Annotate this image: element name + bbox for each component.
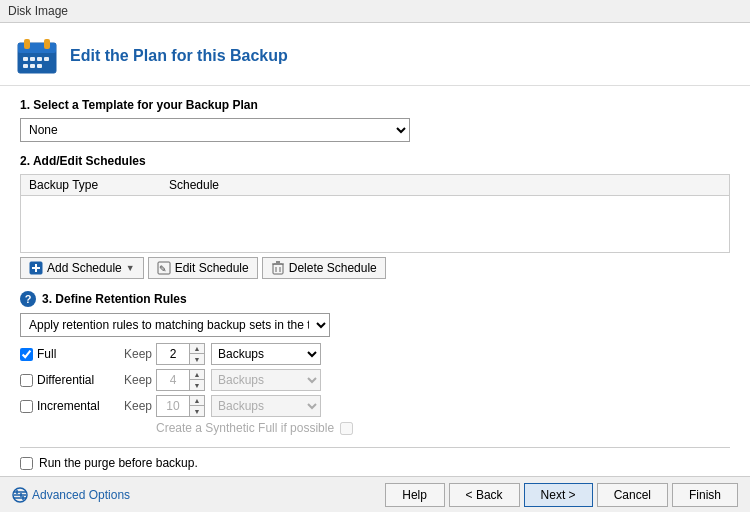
full-checkbox-container: Full bbox=[20, 347, 120, 361]
delete-schedule-icon bbox=[271, 261, 285, 275]
incremental-backups-select[interactable]: Backups bbox=[211, 395, 321, 417]
footer-buttons: Help < Back Next > Cancel Finish bbox=[385, 483, 738, 507]
synthetic-row: Create a Synthetic Full if possible bbox=[156, 421, 730, 435]
differential-spin-down[interactable]: ▼ bbox=[190, 380, 204, 390]
help-button[interactable]: Help bbox=[385, 483, 445, 507]
full-checkbox[interactable] bbox=[20, 348, 33, 361]
next-button[interactable]: Next > bbox=[524, 483, 593, 507]
schedule-table-body bbox=[21, 196, 729, 252]
delete-schedule-button[interactable]: Delete Schedule bbox=[262, 257, 386, 279]
full-label: Full bbox=[37, 347, 56, 361]
full-spin-down[interactable]: ▼ bbox=[190, 354, 204, 364]
svg-rect-7 bbox=[44, 57, 49, 61]
calendar-icon bbox=[16, 35, 58, 77]
synthetic-checkbox[interactable] bbox=[340, 422, 353, 435]
run-purge-row: Run the purge before backup. bbox=[20, 456, 730, 470]
svg-rect-1 bbox=[18, 43, 56, 53]
differential-keep-input[interactable] bbox=[157, 370, 189, 390]
svg-rect-16 bbox=[273, 264, 283, 274]
run-purge-checkbox[interactable] bbox=[20, 457, 33, 470]
edit-schedule-button[interactable]: ✎ Edit Schedule bbox=[148, 257, 258, 279]
run-purge-label: Run the purge before backup. bbox=[39, 456, 198, 470]
section-3-header: ? 3. Define Retention Rules bbox=[20, 291, 730, 307]
incremental-checkbox[interactable] bbox=[20, 400, 33, 413]
section-1: 1. Select a Template for your Backup Pla… bbox=[20, 98, 730, 142]
content-area: 1. Select a Template for your Backup Pla… bbox=[0, 86, 750, 476]
title-bar: Disk Image bbox=[0, 0, 750, 23]
retention-dropdown[interactable]: Apply retention rules to matching backup… bbox=[20, 313, 330, 337]
schedule-actions: Add Schedule ▼ ✎ Edit Schedule bbox=[20, 257, 730, 279]
differential-checkbox-container: Differential bbox=[20, 373, 120, 387]
full-backups-select[interactable]: Backups bbox=[211, 343, 321, 365]
finish-button[interactable]: Finish bbox=[672, 483, 738, 507]
footer-area: Advanced Options Help < Back Next > Canc… bbox=[0, 476, 750, 512]
svg-rect-2 bbox=[24, 39, 30, 49]
section-2: 2. Add/Edit Schedules Backup Type Schedu… bbox=[20, 154, 730, 279]
header-area: Edit the Plan for this Backup bbox=[0, 23, 750, 86]
retention-row-differential: Differential Keep ▲ ▼ Backups bbox=[20, 369, 730, 391]
section-2-label: 2. Add/Edit Schedules bbox=[20, 154, 730, 168]
svg-text:✎: ✎ bbox=[159, 264, 167, 274]
incremental-spin-up[interactable]: ▲ bbox=[190, 396, 204, 406]
incremental-checkbox-container: Incremental bbox=[20, 399, 120, 413]
differential-backups-select[interactable]: Backups bbox=[211, 369, 321, 391]
full-spin-up[interactable]: ▲ bbox=[190, 344, 204, 354]
svg-rect-6 bbox=[37, 57, 42, 61]
add-schedule-button[interactable]: Add Schedule ▼ bbox=[20, 257, 144, 279]
svg-rect-10 bbox=[37, 64, 42, 68]
svg-rect-3 bbox=[44, 39, 50, 49]
incremental-spin-down[interactable]: ▼ bbox=[190, 406, 204, 416]
differential-spin: ▲ ▼ bbox=[156, 369, 205, 391]
back-button[interactable]: < Back bbox=[449, 483, 520, 507]
edit-schedule-icon: ✎ bbox=[157, 261, 171, 275]
svg-rect-8 bbox=[23, 64, 28, 68]
advanced-options-link[interactable]: Advanced Options bbox=[12, 487, 130, 503]
separator-1 bbox=[20, 447, 730, 448]
retention-row-incremental: Incremental Keep ▲ ▼ Backups bbox=[20, 395, 730, 417]
differential-checkbox[interactable] bbox=[20, 374, 33, 387]
full-keep-input[interactable] bbox=[157, 344, 189, 364]
advanced-options-label: Advanced Options bbox=[32, 488, 130, 502]
add-schedule-icon bbox=[29, 261, 43, 275]
incremental-spin-buttons: ▲ ▼ bbox=[189, 396, 204, 416]
differential-spin-buttons: ▲ ▼ bbox=[189, 370, 204, 390]
template-select[interactable]: None bbox=[20, 118, 410, 142]
full-spin-buttons: ▲ ▼ bbox=[189, 344, 204, 364]
section-3-label: 3. Define Retention Rules bbox=[42, 292, 187, 306]
differential-keep-label: Keep bbox=[120, 373, 156, 387]
cancel-button[interactable]: Cancel bbox=[597, 483, 668, 507]
advanced-options-icon bbox=[12, 487, 28, 503]
add-dropdown-arrow: ▼ bbox=[126, 263, 135, 273]
differential-spin-up[interactable]: ▲ bbox=[190, 370, 204, 380]
schedule-table: Backup Type Schedule bbox=[20, 174, 730, 253]
schedule-table-header: Backup Type Schedule bbox=[21, 175, 729, 196]
svg-rect-9 bbox=[30, 64, 35, 68]
incremental-keep-label: Keep bbox=[120, 399, 156, 413]
header-title: Edit the Plan for this Backup bbox=[70, 47, 288, 65]
synthetic-label: Create a Synthetic Full if possible bbox=[156, 421, 334, 435]
incremental-keep-input[interactable] bbox=[157, 396, 189, 416]
incremental-label: Incremental bbox=[37, 399, 100, 413]
section-1-label: 1. Select a Template for your Backup Pla… bbox=[20, 98, 730, 112]
col-schedule: Schedule bbox=[169, 178, 721, 192]
differential-label: Differential bbox=[37, 373, 94, 387]
main-container: Edit the Plan for this Backup 1. Select … bbox=[0, 23, 750, 512]
title-bar-label: Disk Image bbox=[8, 4, 68, 18]
help-icon[interactable]: ? bbox=[20, 291, 36, 307]
col-backup-type: Backup Type bbox=[29, 178, 169, 192]
full-spin: ▲ ▼ bbox=[156, 343, 205, 365]
full-keep-label: Keep bbox=[120, 347, 156, 361]
svg-rect-4 bbox=[23, 57, 28, 61]
incremental-spin: ▲ ▼ bbox=[156, 395, 205, 417]
retention-row-full: Full Keep ▲ ▼ Backups bbox=[20, 343, 730, 365]
svg-rect-5 bbox=[30, 57, 35, 61]
section-3: ? 3. Define Retention Rules Apply retent… bbox=[20, 291, 730, 435]
